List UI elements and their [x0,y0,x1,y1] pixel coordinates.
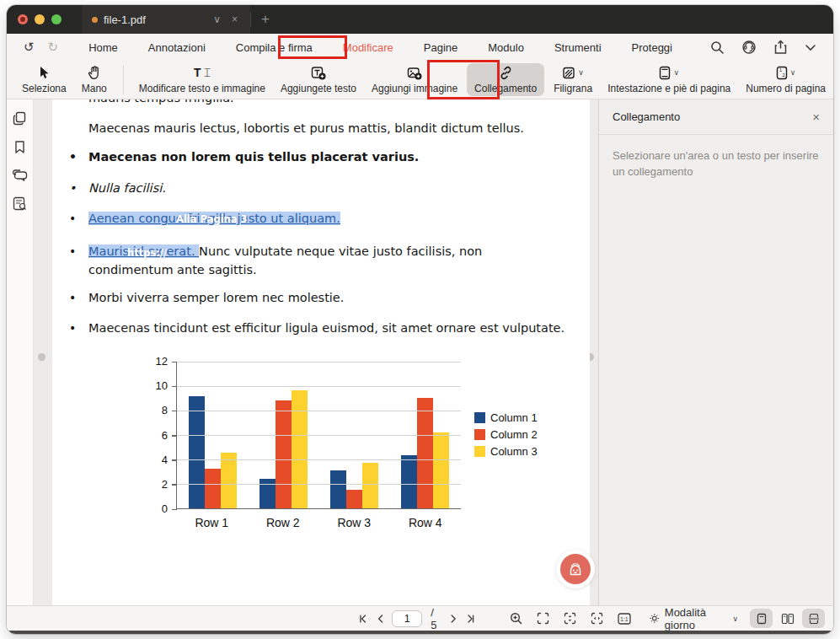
menu-annotazioni[interactable]: Annotazioni [133,41,221,54]
clipped-text-line: mauris tempus fringilla. [88,99,575,105]
cursor-arrow-icon [38,65,51,81]
close-window-button[interactable] [18,14,28,24]
fit-page-icon[interactable] [537,612,549,625]
next-page-icon[interactable] [450,614,457,624]
menu-compila-e-firma[interactable]: Compila e firma [221,41,328,54]
y-tick-label: 4 [162,453,168,465]
tab-close-icon[interactable]: × [229,13,240,25]
ai-assistant-button[interactable] [556,550,595,588]
sun-icon [650,612,660,625]
thumbnails-icon[interactable] [13,111,27,126]
add-text-icon [311,65,326,81]
signatures-icon[interactable] [13,196,27,211]
hand-tool-button[interactable]: Mano [74,61,115,99]
redo-icon[interactable]: ↻ [48,40,59,55]
add-text-button[interactable]: Aggiungete testo [273,61,364,99]
menu-strumenti[interactable]: Strumenti [539,41,617,54]
bar [433,432,449,508]
x-tick-label: Row 4 [390,516,462,529]
toolbar-chevron-down-icon[interactable] [805,44,816,51]
chart-y-axis: 024681012 [147,361,174,509]
link-panel: Collegamento × Selezionare un'area o un … [598,99,833,605]
fit-width-icon[interactable] [591,612,603,625]
new-tab-button[interactable]: + [251,11,280,28]
add-text-label: Aggiungete testo [281,83,356,94]
last-page-icon[interactable] [466,614,475,624]
header-footer-chevron-icon: ∨ [673,68,679,77]
bullet-item-3: Aenean congue fringilla justo ut aliquam… [88,212,570,225]
app-window: file-1.pdf ∨ × + ↺ ↻ Home Annotazioni Co… [7,5,833,634]
tab-chevron-down-icon[interactable]: ∨ [211,13,223,25]
actual-size-icon[interactable]: 1:1 [618,613,631,625]
page-number-chevron-icon: ∨ [790,68,796,77]
bottom-bar: / 5 1:1 Modalità giorno ∨ [7,605,833,631]
menu-proteggi[interactable]: Proteggi [617,41,688,54]
bar [276,400,292,508]
document-area[interactable]: mauris tempus fringilla. Maecenas mauris… [34,99,598,605]
support-icon[interactable] [741,40,757,55]
edit-text-image-button[interactable]: T⌶ Modificare testo e immagine [131,61,273,99]
menu-modificare[interactable]: Modificare [328,41,409,54]
bar [221,453,237,508]
view-mode-dropdown[interactable]: Modalità giorno ∨ [650,606,738,631]
page-number-input[interactable] [392,610,422,627]
paragraph-text: Maecenas mauris lectus, lobortis et puru… [88,121,575,135]
left-sidebar [7,99,34,605]
link-tool-button[interactable]: Collegamento [467,63,544,96]
bar [205,469,221,508]
continuous-scroll-view-button[interactable] [802,609,825,628]
bullet-item-2: Nulla facilisi. [88,181,570,195]
y-tick-label: 8 [162,404,168,416]
svg-text:2: 2 [782,72,784,77]
header-footer-button[interactable]: ∨ Intestazione e piè di pagina [600,61,738,99]
search-icon[interactable] [710,40,725,55]
menu-modulo[interactable]: Modulo [473,41,539,54]
edit-toolbar: Seleziona Mano T⌶ Modificare testo e imm… [7,61,833,99]
watermark-button[interactable]: ∨ Filigrana [546,61,600,99]
svg-text:1:1: 1:1 [620,616,629,622]
watermark-chevron-icon: ∨ [578,68,584,77]
add-image-label: Aggiungi immagine [372,83,457,94]
bar [330,470,346,508]
comments-icon[interactable] [13,169,28,182]
bullet-item-5: Morbi viverra semper lorem nec molestie. [88,291,570,304]
single-page-view-icon [756,613,768,625]
share-icon[interactable] [773,40,788,55]
zoom-window-button[interactable] [51,14,62,24]
bar-chart: 024681012 Row 1Row 2Row 3Row 4 Column 1C… [147,361,535,548]
single-page-view-button[interactable] [750,609,773,628]
left-gutter-handle[interactable] [38,353,45,361]
prev-page-icon[interactable] [377,614,384,624]
y-tick-label: 12 [156,355,168,368]
bookmarks-icon[interactable] [13,140,26,154]
legend-item: Column 1 [474,411,538,424]
menu-pagine[interactable]: Pagine [409,41,473,54]
y-tick-label: 0 [162,502,168,515]
menu-home[interactable]: Home [73,41,133,54]
legend-swatch [474,429,485,440]
document-tab[interactable]: file-1.pdf ∨ × [82,5,250,34]
page-number-button[interactable]: 12∨ Numero di pagina [738,61,833,99]
chart-legend: Column 1Column 2Column 3 [474,411,538,458]
pdf-page[interactable]: mauris tempus fringilla. Maecenas mauris… [52,99,590,605]
panel-close-icon[interactable]: × [812,110,820,124]
watermark-label: Filigrana [554,83,592,94]
two-page-view-icon [781,613,795,625]
zoom-in-icon[interactable] [510,612,522,625]
chart-plot-area [176,362,461,509]
link-icon [499,65,513,81]
add-image-button[interactable]: Aggiungi immagine [364,61,465,99]
undo-icon[interactable]: ↺ [24,40,35,55]
minimize-window-button[interactable] [35,14,45,24]
legend-item: Column 2 [474,428,538,441]
fit-height-icon[interactable] [564,612,576,625]
bar [401,455,417,508]
bar [417,398,433,508]
y-tick-label: 6 [162,428,168,441]
select-tool-button[interactable]: Seleziona [7,61,74,99]
header-footer-icon [659,66,671,80]
first-page-icon[interactable] [359,614,368,624]
legend-swatch [474,446,485,457]
two-page-view-button[interactable] [776,609,799,628]
traffic-lights [7,14,62,24]
